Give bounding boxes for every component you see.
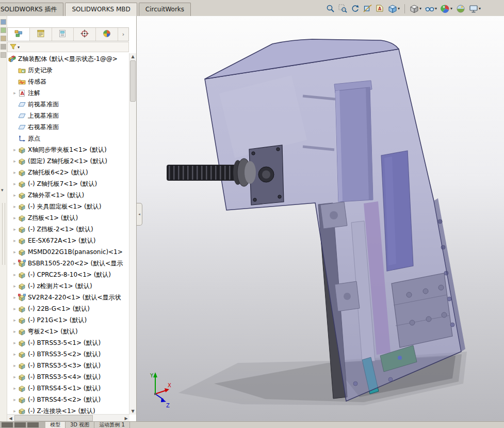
scroll-left-arrow-icon[interactable]: ◀ <box>7 415 14 422</box>
expand-arrow-icon[interactable]: ▸ <box>11 318 18 323</box>
tree-item[interactable]: ▸EE-SX672A<1> (默认) <box>7 235 129 246</box>
zoom-to-area-icon[interactable] <box>338 4 348 13</box>
expand-arrow-icon[interactable]: ▸ <box>11 249 18 255</box>
hide-show-items-icon[interactable]: ▾ <box>425 4 437 14</box>
dropdown-caret-icon[interactable]: ▾ <box>450 6 452 11</box>
tree-root-item[interactable]: Z轴装配体 (默认<显示状态-1@@> <box>7 53 129 65</box>
tree-item[interactable]: 原点 <box>7 133 129 144</box>
display-style-icon[interactable]: ▾ <box>409 4 422 14</box>
expand-arrow-icon[interactable]: ▸ <box>11 238 18 243</box>
tree-item[interactable]: ▸(-) BTRSS3-5<2> (默认) <box>7 348 129 360</box>
horizontal-scroll-thumb[interactable] <box>14 415 93 421</box>
view-settings-icon[interactable]: ▾ <box>468 4 481 14</box>
tree-item[interactable]: 右视基准面 <box>7 121 129 133</box>
tree-item[interactable]: ▸Z轴托板6<2> (默认) <box>7 167 129 178</box>
tree-item[interactable]: ▸(-) 夹具固定板<1> (默认) <box>7 201 129 212</box>
tree-item[interactable]: ▸(-) Z轴托板7<1> (默认) <box>7 178 129 189</box>
expand-arrow-icon[interactable]: ▸ <box>11 374 18 379</box>
mini-icon[interactable] <box>1 44 6 50</box>
mini-icon[interactable] <box>1 19 6 25</box>
tab-circuitworks[interactable]: CircuitWorks <box>139 3 191 16</box>
tree-item[interactable]: ▸(-) BTRSS3-5<3> (默认) <box>7 360 129 371</box>
expand-arrow-icon[interactable]: ▸ <box>11 363 18 368</box>
tree-item[interactable]: 历史记录 <box>7 65 129 76</box>
expand-arrow-icon[interactable]: ▸ <box>11 272 18 277</box>
tree-item[interactable]: ▸(固定) Z轴托板2<1> (默认) <box>7 155 129 167</box>
apply-scene-icon[interactable] <box>456 4 466 14</box>
tab-solidworks-addins[interactable]: SOLIDWORKS 插件 <box>0 3 63 16</box>
expand-arrow-icon[interactable]: ▸ <box>11 306 18 311</box>
tree-item[interactable]: ▸(-) BTRSS3-5<4> (默认) <box>7 371 129 383</box>
tree-horizontal-scrollbar[interactable]: ◀ ▶ <box>7 414 129 422</box>
dropdown-caret-icon[interactable]: ▾ <box>435 6 437 11</box>
zoom-to-fit-icon[interactable] <box>326 4 335 13</box>
expand-arrow-icon[interactable]: ▸ <box>11 283 18 289</box>
expand-arrow-icon[interactable]: ▸ <box>11 261 18 266</box>
featuremanager-tab[interactable] <box>8 28 30 41</box>
tree-item[interactable]: ▸(-) BTRSS4-5<1> (默认) <box>7 383 129 394</box>
tree-item[interactable]: ▸(-) BTRSS3-5<1> (默认) <box>7 337 129 348</box>
filter-caret-icon[interactable]: ▾ <box>18 45 20 50</box>
dropdown-caret-icon[interactable]: ▾ <box>479 6 481 11</box>
expand-arrow-icon[interactable]: ▸ <box>11 181 18 186</box>
tree-item[interactable]: ▸MSMD022G1B(panasonic)<1> <box>7 246 129 258</box>
tree-item[interactable]: ▸(-) z检测片<1> (默认) <box>7 280 129 292</box>
expand-arrow-icon[interactable]: ▸ <box>11 340 18 345</box>
expand-arrow-icon[interactable]: ▸ <box>11 147 18 152</box>
statusbar-tab-motion-study[interactable]: 运动算例 1 <box>94 422 130 428</box>
filter-funnel-icon[interactable] <box>10 42 17 52</box>
expand-arrow-icon[interactable]: ▸ <box>11 193 18 198</box>
graphics-area[interactable]: Y X Z ◂ <box>137 16 504 422</box>
tab-solidworks-mbd[interactable]: SOLIDWORKS MBD <box>65 3 137 16</box>
tree-item[interactable]: ▸弯板2<1> (默认) <box>7 326 129 337</box>
scroll-down-arrow-icon[interactable]: ▼ <box>129 408 136 415</box>
expand-arrow-icon[interactable]: ▸ <box>11 408 18 414</box>
tree-item[interactable]: ▸SV2R24-220<1> (默认<显示状 <box>7 292 129 303</box>
tree-item[interactable]: ▸Z挡板<1> (默认) <box>7 212 129 224</box>
expand-arrow-icon[interactable]: ▸ <box>11 386 18 391</box>
dropdown-caret-icon[interactable]: ▾ <box>398 6 400 11</box>
tree-item[interactable]: ▸(-) Z-连接块<1> (默认) <box>7 405 129 415</box>
scroll-right-arrow-icon[interactable]: ▶ <box>123 415 129 422</box>
tree-item[interactable]: ▸A注解 <box>7 87 129 99</box>
mini-icon[interactable] <box>1 27 6 33</box>
dropdown-caret-icon[interactable]: ▾ <box>419 6 421 11</box>
tree-item[interactable]: ▸Z轴外罩<1> (默认) <box>7 189 129 201</box>
expand-arrow-icon[interactable]: ▸ <box>11 204 18 209</box>
panel-tabs-overflow-button[interactable]: › <box>118 28 128 41</box>
view-orientation-icon[interactable]: ▾ <box>387 4 400 14</box>
tree-item[interactable]: ▸(-) 22B-G<1> (默认) <box>7 303 129 314</box>
previous-view-icon[interactable] <box>350 4 360 13</box>
mini-icon[interactable] <box>1 36 6 41</box>
expand-arrow-icon[interactable]: ▸ <box>11 215 18 220</box>
edge-strip-dropdown-caret-icon[interactable]: ▾ <box>1 187 4 193</box>
displaymanager-tab[interactable] <box>96 28 118 41</box>
configurationmanager-tab[interactable] <box>52 28 74 41</box>
expand-arrow-icon[interactable]: ▸ <box>11 170 18 175</box>
tree-item[interactable]: 前视基准面 <box>7 99 129 110</box>
tree-item[interactable]: ▸(-) Z挡板-2<1> (默认) <box>7 224 129 235</box>
scroll-up-arrow-icon[interactable]: ▲ <box>129 53 136 60</box>
tree-filter-row[interactable]: ▾ <box>7 42 129 52</box>
section-view-icon[interactable] <box>363 4 372 13</box>
expand-arrow-icon[interactable]: ▸ <box>11 158 18 164</box>
expand-arrow-icon[interactable]: ▸ <box>11 397 18 402</box>
expand-arrow-icon[interactable]: ▸ <box>11 295 18 300</box>
tree-item[interactable]: ▸(-) BTRSS4-5<2> (默认) <box>7 394 129 405</box>
statusbar-tab-3d-views[interactable]: 3D 视图 <box>66 422 94 428</box>
dimxpertmanager-tab[interactable] <box>74 28 96 41</box>
vertical-scroll-thumb[interactable] <box>130 60 136 102</box>
tree-item[interactable]: ▸BSBR1505-220<2> (默认<显示 <box>7 258 129 269</box>
panel-splitter-handle[interactable]: ◂ <box>137 203 142 226</box>
tree-item[interactable]: 上视基准面 <box>7 110 129 121</box>
statusbar-tab-model[interactable]: 模型 <box>45 422 66 428</box>
tree-vertical-scrollbar[interactable]: ▲ ▼ <box>129 53 136 415</box>
tree-item[interactable]: ▸(-) P21G<1> (默认) <box>7 314 129 326</box>
propertymanager-tab[interactable] <box>30 28 52 41</box>
mini-icon[interactable] <box>1 52 6 58</box>
annotation-views-icon[interactable]: A <box>375 4 385 13</box>
expand-arrow-icon[interactable]: ▸ <box>11 329 18 334</box>
expand-arrow-icon[interactable]: ▸ <box>11 227 18 232</box>
tree-item[interactable]: 传感器 <box>7 76 129 87</box>
tree-item[interactable]: ▸(-) CPRC25-8-10<1> (默认) <box>7 269 129 280</box>
